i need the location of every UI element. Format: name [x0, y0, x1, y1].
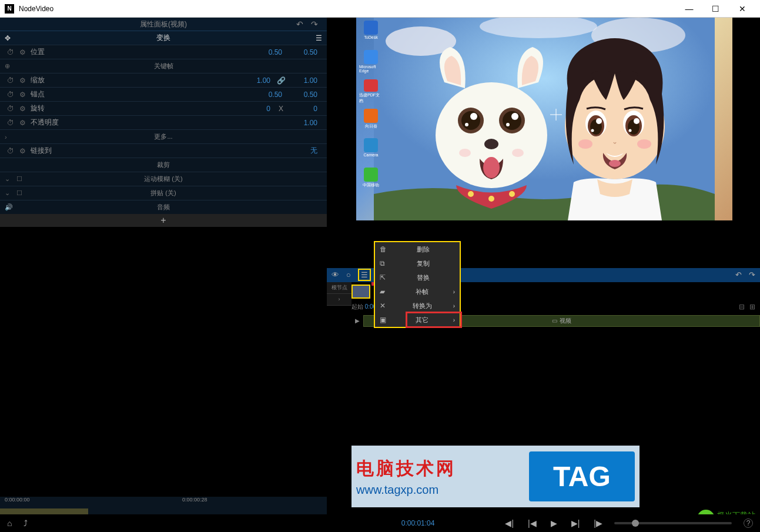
preview-canvas: ToDesk Microsoft Edge 迅捷PDF文档 向日葵 Camera…: [356, 18, 732, 220]
svg-point-13: [484, 139, 498, 149]
chevron-right-icon: ›: [453, 289, 455, 295]
image-icon: ▣: [380, 316, 391, 324]
desktop-icon: Camera: [359, 138, 383, 163]
stopwatch-icon[interactable]: ⏱: [5, 105, 16, 113]
maximize-button[interactable]: ☐: [702, 0, 729, 18]
timeline-grid-icon[interactable]: ⊞: [749, 303, 755, 311]
menu-item-convert[interactable]: ✕ 转换为 ›: [375, 299, 460, 313]
checkbox-icon[interactable]: ☐: [16, 175, 22, 183]
skip-forward-icon[interactable]: ▶|: [571, 518, 580, 528]
gear-icon[interactable]: ⚙: [16, 105, 28, 113]
svg-point-29: [634, 118, 640, 124]
menu-item-replace[interactable]: ⇱ 替换: [375, 270, 460, 285]
checkbox-icon[interactable]: ☐: [16, 189, 22, 197]
stopwatch-icon[interactable]: ⏱: [5, 76, 16, 85]
menu-item-other[interactable]: ▣ 其它 ›: [375, 313, 460, 327]
zoom-slider[interactable]: [614, 522, 732, 524]
track-play-icon[interactable]: ▶: [351, 317, 363, 324]
ruler-range-bar[interactable]: [0, 508, 88, 514]
scale-row[interactable]: ⏱ ⚙ 缩放 1.00 🔗 1.00: [0, 73, 327, 87]
link-icon[interactable]: 🔗: [275, 76, 287, 85]
position-x-value[interactable]: 0.50: [252, 48, 287, 56]
svg-point-18: [488, 196, 494, 202]
interpolate-icon: ▰: [380, 287, 391, 296]
svg-point-32: [637, 139, 651, 149]
position-row[interactable]: ⏱ ⚙ 位置 0.50 0.50: [0, 45, 327, 59]
chevron-right-icon: ›: [453, 303, 455, 309]
stopwatch-icon[interactable]: ⏱: [5, 91, 16, 99]
desktop-icons: ToDesk Microsoft Edge 迅捷PDF文档 向日葵 Camera…: [359, 21, 383, 192]
prev-frame-icon[interactable]: ◀|: [505, 518, 514, 528]
svg-point-7: [470, 113, 477, 120]
opacity-row[interactable]: ⏱ ⚙ 不透明度 1.00: [0, 115, 327, 129]
svg-point-17: [468, 191, 474, 197]
minimize-button[interactable]: —: [676, 0, 702, 18]
chevron-down-icon: ⌄: [5, 175, 10, 183]
more-row[interactable]: › 更多...: [0, 129, 327, 143]
add-property-button[interactable]: +: [0, 214, 327, 227]
tile-row[interactable]: ⌄ ☐ 拼贴 (关): [0, 186, 327, 200]
preview-area[interactable]: ToDesk Microsoft Edge 迅捷PDF文档 向日葵 Camera…: [327, 18, 760, 268]
anchor-x-value[interactable]: 0.50: [252, 91, 287, 99]
undo-icon[interactable]: ↶: [735, 270, 742, 279]
watermark-tagxp: 电脑技术网 www.tagxp.com TAG: [351, 446, 640, 507]
slider-thumb[interactable]: [632, 520, 639, 527]
svg-point-19: [509, 191, 515, 197]
desktop-icon: Microsoft Edge: [359, 50, 383, 75]
anchor-y-value[interactable]: 0.50: [287, 91, 322, 99]
svg-point-6: [461, 111, 480, 130]
skip-back-icon[interactable]: |◀: [528, 518, 537, 528]
export-icon[interactable]: ⤴: [24, 518, 28, 528]
stopwatch-icon[interactable]: ⏱: [5, 147, 16, 155]
property-panel: 属性面板(视频) ↶ ↷ ✥ 变换 ☰ ⏱ ⚙ 位置 0.50 0.50 ⊕ 关…: [0, 18, 327, 532]
rotation-y-value[interactable]: 0: [287, 105, 322, 113]
home-icon[interactable]: ⌂: [7, 518, 12, 528]
rotation-x-value[interactable]: 0: [240, 105, 275, 113]
play-icon[interactable]: ▶: [551, 518, 557, 528]
timeline-node-tab[interactable]: 根节点: [327, 282, 351, 294]
close-button[interactable]: ✕: [729, 0, 755, 18]
scale-y-value[interactable]: 1.00: [287, 76, 322, 85]
stopwatch-icon[interactable]: ⏱: [5, 119, 16, 127]
timeline-settings-icon[interactable]: ⊟: [739, 303, 745, 311]
rotation-row[interactable]: ⏱ ⚙ 旋转 0 X 0: [0, 101, 327, 115]
gear-icon[interactable]: ⚙: [16, 147, 28, 155]
position-y-value[interactable]: 0.50: [287, 48, 322, 56]
menu-item-delete[interactable]: 🗑 删除: [375, 242, 460, 256]
chevron-right-icon: ›: [453, 317, 455, 323]
add-keyframe-icon[interactable]: ⊕: [5, 62, 10, 70]
motion-blur-row[interactable]: ⌄ ☐ 运动模糊 (关): [0, 172, 327, 186]
anchor-row[interactable]: ⏱ ⚙ 锚点 0.50 0.50: [0, 87, 327, 101]
transform-section-header[interactable]: ✥ 变换 ☰: [0, 31, 327, 45]
visibility-icon[interactable]: 👁: [332, 270, 339, 279]
timeline-expand-tab[interactable]: ›: [327, 294, 351, 306]
timeline-clip-thumbnail[interactable]: [351, 285, 370, 299]
scale-x-value[interactable]: 1.00: [240, 76, 275, 85]
menu-item-interpolate[interactable]: ▰ 补帧 ›: [375, 285, 460, 299]
keyframe-row[interactable]: ⊕ 关键帧: [0, 59, 327, 73]
menu-icon[interactable]: ☰: [316, 34, 322, 42]
timeline-ruler[interactable]: 0:00:00:00 0:00:00:28: [0, 497, 327, 514]
link-to-row[interactable]: ⏱ ⚙ 链接到 无: [0, 143, 327, 158]
gear-icon[interactable]: ⚙: [16, 48, 28, 56]
gear-icon[interactable]: ⚙: [16, 119, 28, 127]
gear-icon[interactable]: ⚙: [16, 91, 28, 99]
svg-point-14: [483, 157, 500, 178]
next-frame-icon[interactable]: |▶: [594, 518, 602, 528]
crop-row[interactable]: 裁剪: [0, 158, 327, 172]
help-icon[interactable]: ?: [744, 518, 753, 528]
desktop-icon: 中国移动: [359, 168, 383, 192]
opacity-value[interactable]: 1.00: [287, 119, 322, 127]
redo-icon[interactable]: ↷: [311, 19, 318, 29]
link-to-value[interactable]: 无: [287, 146, 322, 156]
circle-icon[interactable]: ○: [346, 270, 351, 279]
audio-row[interactable]: 🔊 音频: [0, 200, 327, 214]
property-panel-header: 属性面板(视频) ↶ ↷: [0, 18, 327, 31]
stopwatch-icon[interactable]: ⏱: [5, 48, 16, 56]
undo-icon[interactable]: ↶: [296, 19, 303, 29]
svg-point-16: [512, 149, 524, 157]
gear-icon[interactable]: ⚙: [16, 76, 28, 85]
layers-icon[interactable]: ☰: [358, 269, 371, 281]
redo-icon[interactable]: ↷: [749, 270, 755, 279]
menu-item-copy[interactable]: ⧉ 复制: [375, 256, 460, 270]
